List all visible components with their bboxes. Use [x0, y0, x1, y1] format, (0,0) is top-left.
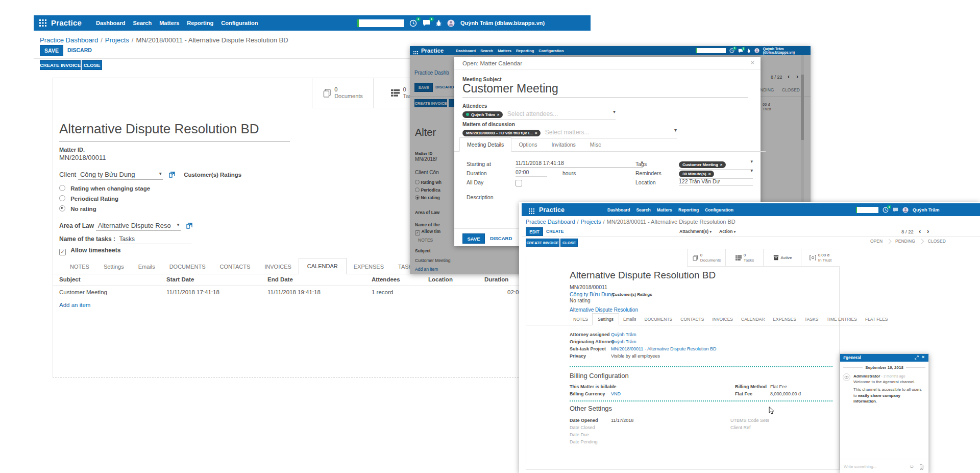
breadcrumb-projects[interactable]: Projects: [581, 219, 601, 225]
breadcrumb-home[interactable]: Practice Dashboard: [40, 36, 98, 44]
table-row[interactable]: Customer Meeting 11/11/2018 17:41:18 11/…: [53, 286, 523, 298]
attendee-tag[interactable]: Quỳnh Trâm ×: [462, 111, 503, 118]
area-of-law-caret-icon[interactable]: ▾: [177, 222, 180, 227]
menu-matters[interactable]: Matters: [498, 49, 511, 53]
tab-invitations[interactable]: Invitations: [545, 138, 583, 151]
client-link[interactable]: Công ty Bửu Dung: [570, 291, 614, 297]
menu-dashboard[interactable]: Dashboard: [456, 49, 476, 53]
tab-emails[interactable]: Emails: [619, 314, 641, 325]
matter-title-input[interactable]: Alternative Dispute Resolution BD: [59, 121, 290, 141]
tab-meeting-details[interactable]: Meeting Details: [459, 137, 511, 152]
bug-icon[interactable]: [436, 20, 442, 27]
tab-calendar[interactable]: CALENDAR: [299, 258, 347, 274]
chat-input[interactable]: Write something...: [844, 464, 876, 469]
tab-contacts[interactable]: CONTACTS: [676, 314, 708, 325]
client-caret-icon[interactable]: ▾: [159, 171, 162, 176]
messages-icon[interactable]: 1: [423, 19, 430, 27]
meeting-tag[interactable]: Customer Meeting ×: [679, 161, 726, 168]
tab-tasks[interactable]: TASKS: [800, 314, 822, 325]
menu-configuration[interactable]: Configuration: [221, 20, 258, 26]
stat-documents[interactable]: 0Documents: [687, 249, 726, 267]
apps-grid-icon[interactable]: [39, 19, 46, 27]
emoji-smiley-icon[interactable]: ☺: [909, 463, 914, 469]
duration-input[interactable]: 02:00: [516, 169, 547, 177]
search-input[interactable]: [357, 19, 404, 27]
create-button[interactable]: CREATE: [546, 229, 564, 234]
modal-discard-button[interactable]: DISCARD: [490, 235, 512, 241]
tab-documents[interactable]: DOCUMENTS: [162, 259, 213, 274]
tab-invoices[interactable]: INVOICES: [257, 259, 299, 274]
apps-grid-icon[interactable]: [529, 208, 534, 214]
billing-currency-value[interactable]: VND: [611, 391, 621, 396]
tab-notes[interactable]: NOTES: [569, 314, 592, 325]
area-of-law-select[interactable]: Alternative Dispute Reso ▾: [96, 222, 181, 231]
name-of-tasks-input[interactable]: Tasks: [117, 235, 191, 244]
col-duration[interactable]: Duration: [484, 276, 508, 282]
menu-search[interactable]: Search: [636, 207, 650, 212]
stat-active[interactable]: Active: [763, 249, 801, 267]
search-input[interactable]: [696, 48, 726, 53]
attachments-dropdown[interactable]: Attachment(s) ▾: [679, 229, 712, 234]
stat-tasks[interactable]: 0Tasks: [725, 249, 764, 267]
pager-prev-icon[interactable]: ‹: [919, 227, 921, 235]
subtask-value[interactable]: MN/2018/00011 - Alternative Dispute Reso…: [611, 346, 716, 351]
breadcrumb-home[interactable]: Practice Dashboard: [526, 219, 575, 225]
client-external-link-icon[interactable]: [169, 172, 175, 178]
bug-icon[interactable]: [747, 49, 751, 53]
menu-configuration[interactable]: Configuration: [705, 207, 733, 212]
activities-clock-icon[interactable]: 1: [409, 19, 417, 27]
reminder-tag[interactable]: 30 Minute(s) ×: [679, 171, 714, 177]
add-an-item-link[interactable]: Add an item: [59, 302, 90, 308]
user-menu[interactable]: Quỳnh Trâm (dblaw.bizapps.vn): [460, 20, 545, 26]
attendees-caret-icon[interactable]: ▾: [613, 109, 616, 114]
remove-tag-icon[interactable]: ×: [708, 172, 711, 176]
tab-options[interactable]: Options: [511, 138, 544, 151]
attach-paperclip-icon[interactable]: [919, 464, 924, 470]
chat-expand-icon[interactable]: [915, 356, 919, 360]
remove-tag-icon[interactable]: ×: [720, 162, 723, 167]
breadcrumb-projects[interactable]: Projects: [105, 36, 129, 44]
pager-next-icon[interactable]: ›: [927, 227, 929, 235]
tab-expenses[interactable]: EXPENSES: [347, 259, 391, 274]
rating-option-none[interactable]: No rating: [59, 205, 96, 212]
matters-select[interactable]: MN/2018/00003 - Tư vấn thủ tục l... × Se…: [462, 127, 677, 138]
checkbox-checked-icon[interactable]: ✓: [59, 249, 66, 255]
all-day-checkbox[interactable]: [516, 180, 522, 186]
menu-configuration[interactable]: Configuration: [538, 49, 564, 53]
chat-author[interactable]: Administrator: [853, 374, 880, 379]
radio-icon[interactable]: [59, 185, 65, 191]
area-of-law-external-link-icon[interactable]: [186, 223, 192, 229]
location-input[interactable]: 122 Trần Văn Dư: [679, 178, 753, 186]
close-matter-button[interactable]: CLOSE: [82, 60, 102, 70]
tab-settings[interactable]: Settings: [592, 313, 619, 325]
col-start-date[interactable]: Start Date: [166, 276, 194, 282]
tab-expenses[interactable]: EXPENSES: [769, 314, 800, 325]
tab-emails[interactable]: Emails: [131, 259, 162, 274]
col-location[interactable]: Location: [428, 276, 453, 282]
discard-button[interactable]: DISCARD: [67, 47, 92, 53]
tab-documents[interactable]: DOCUMENTS: [641, 314, 677, 325]
stat-documents[interactable]: 0Documents: [312, 78, 374, 108]
create-invoice-button[interactable]: CREATE INVOICE: [526, 239, 559, 247]
app-brand[interactable]: Practice: [421, 48, 444, 54]
tab-invoices[interactable]: INVOICES: [708, 314, 737, 325]
remove-tag-icon[interactable]: ×: [535, 131, 537, 135]
user-menu[interactable]: Quỳnh Trâm (dblaw.bizapps.vn): [763, 47, 811, 54]
reminders-caret-icon[interactable]: ▾: [750, 168, 753, 173]
attendees-select[interactable]: Quỳnh Trâm × Select attendees... ▾: [462, 109, 616, 120]
remove-tag-icon[interactable]: ×: [497, 112, 500, 117]
close-matter-button[interactable]: CLOSE: [560, 239, 578, 247]
matters-caret-icon[interactable]: ▾: [674, 127, 677, 133]
stage-pending[interactable]: PENDING: [895, 239, 915, 244]
menu-reporting[interactable]: Reporting: [678, 207, 699, 212]
meeting-subject-input[interactable]: Customer Meeting: [462, 82, 748, 98]
menu-search[interactable]: Search: [133, 20, 152, 26]
action-dropdown[interactable]: Action ▾: [719, 229, 736, 234]
messages-icon[interactable]: 1: [738, 49, 743, 53]
chat-header[interactable]: #general ×: [840, 354, 928, 362]
app-brand[interactable]: Practice: [51, 18, 82, 27]
app-brand[interactable]: Practice: [539, 206, 565, 214]
stage-closed[interactable]: CLOSED: [928, 239, 946, 244]
rating-option-periodical[interactable]: Periodical Rating: [59, 195, 118, 202]
menu-reporting[interactable]: Reporting: [516, 49, 534, 53]
